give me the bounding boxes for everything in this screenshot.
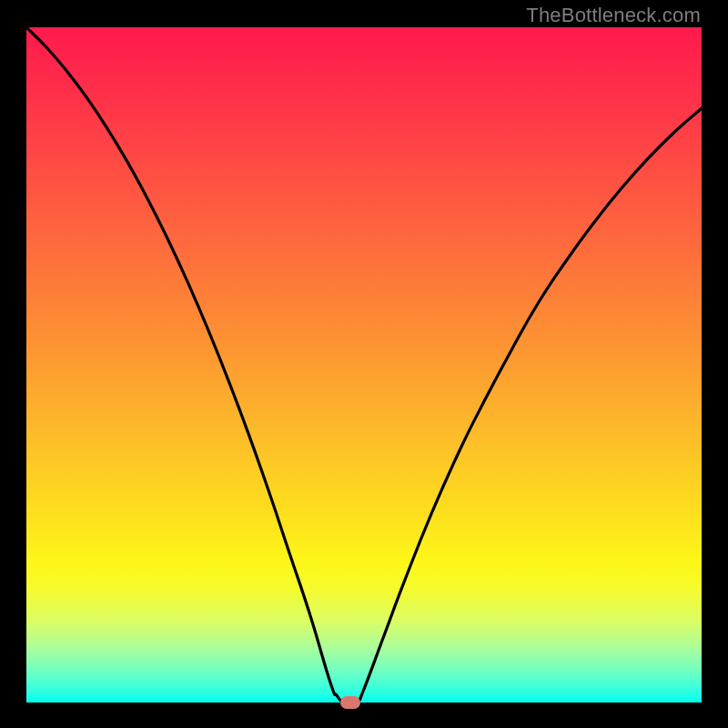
minimum-marker [340, 696, 360, 709]
chart-frame: TheBottleneck.com [0, 0, 728, 728]
watermark-text: TheBottleneck.com [526, 4, 701, 27]
bottleneck-curve [26, 27, 702, 703]
chart-plot-area [26, 27, 702, 703]
